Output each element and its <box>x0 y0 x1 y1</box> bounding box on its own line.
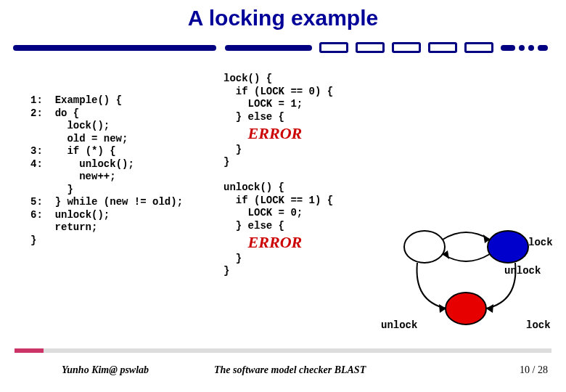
example-code: 1: Example() { 2: do { lock(); old = new… <box>30 94 183 247</box>
code-text: unlock() { <box>223 181 284 193</box>
code-text: if (*) { <box>55 145 116 157</box>
code-text: do { <box>55 107 80 119</box>
line-num: 3: <box>30 145 43 157</box>
code-text: return; <box>55 221 98 233</box>
svg-marker-6 <box>486 304 493 313</box>
error-label: ERROR <box>248 124 303 142</box>
code-text: } else { <box>223 111 284 123</box>
code-text: } <box>223 156 229 168</box>
page-current: 10 <box>520 364 530 375</box>
code-text: } <box>55 184 73 195</box>
svg-point-0 <box>404 231 445 263</box>
code-text: LOCK = 1; <box>223 98 303 110</box>
line-num: 5: <box>30 196 43 208</box>
code-text: Example() { <box>55 94 122 106</box>
footer-page: 10 / 28 <box>520 364 548 376</box>
label-unlock: unlock <box>381 319 417 331</box>
page-sep: / <box>530 364 538 375</box>
svg-point-2 <box>446 293 486 324</box>
code-text: LOCK = 0; <box>223 207 303 219</box>
label-unlock: unlock <box>504 265 541 277</box>
footer-author: Yunho Kim@ pswlab <box>62 364 149 376</box>
line-num: 1: <box>30 94 43 106</box>
code-text: if (LOCK == 1) { <box>223 195 333 206</box>
code-text: unlock(); <box>55 158 134 170</box>
code-text: } <box>30 234 36 246</box>
code-text: lock() { <box>223 73 272 84</box>
code-text: } while (new != old); <box>55 196 183 208</box>
label-lock: lock <box>528 237 553 248</box>
code-text: } else { <box>223 220 284 232</box>
code-text: } <box>223 265 229 277</box>
line-num: 2: <box>30 107 43 119</box>
page-total: 28 <box>538 364 548 375</box>
label-lock: lock <box>526 319 551 331</box>
code-text: lock(); <box>55 120 110 131</box>
top-decoration <box>0 38 566 58</box>
state-diagram: lock unlock unlock lock <box>385 211 559 356</box>
line-num: 4: <box>30 158 43 170</box>
lock-unlock-code: lock() { if (LOCK == 0) { LOCK = 1; } el… <box>223 73 333 278</box>
svg-point-1 <box>488 231 528 263</box>
diagram-svg <box>385 211 559 356</box>
progress-bar <box>15 348 551 353</box>
code-text: if (LOCK == 0) { <box>223 86 333 97</box>
slide-footer: Yunho Kim@ pswlab The software model che… <box>0 348 566 392</box>
footer-subject: The software model checker BLAST <box>214 364 366 376</box>
code-text: old = new; <box>55 133 128 144</box>
slide-title: A locking example <box>0 0 566 30</box>
code-text: } <box>223 253 242 264</box>
code-text: } <box>223 144 242 155</box>
code-text: unlock(); <box>55 209 110 221</box>
code-text: new++; <box>55 171 116 182</box>
error-label: ERROR <box>248 233 303 251</box>
line-num: 6: <box>30 209 43 221</box>
